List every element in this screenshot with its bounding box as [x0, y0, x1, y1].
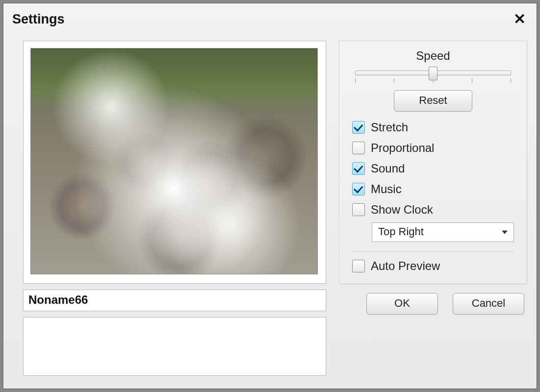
checkbox-icon	[352, 121, 365, 134]
dialog-title: Settings	[12, 12, 512, 27]
auto-preview-checkbox[interactable]: Auto Preview	[352, 259, 514, 273]
close-icon[interactable]: ✕	[512, 12, 528, 26]
slider-thumb[interactable]	[429, 67, 437, 80]
checkbox-icon	[352, 142, 365, 154]
checkbox-icon	[352, 183, 365, 196]
checkbox-icon	[352, 260, 365, 272]
checkbox-label: Show Clock	[371, 203, 433, 217]
checkbox-icon	[352, 162, 365, 175]
cancel-button[interactable]: Cancel	[453, 293, 524, 315]
music-checkbox[interactable]: Music	[352, 182, 514, 196]
preview-column: Noname66	[23, 41, 326, 376]
reset-button[interactable]: Reset	[394, 90, 472, 112]
controls-column: Speed Reset Stretch	[339, 41, 527, 376]
separator	[352, 251, 514, 251]
checkbox-label: Proportional	[371, 141, 434, 155]
show-clock-checkbox[interactable]: Show Clock	[352, 203, 514, 217]
checkbox-label: Auto Preview	[371, 259, 440, 273]
settings-dialog: Settings ✕ Noname66 Speed	[3, 3, 537, 389]
chevron-down-icon	[502, 231, 508, 234]
select-value: Top Right	[378, 225, 424, 238]
preview-name-field[interactable]: Noname66	[23, 290, 326, 311]
clock-position-select[interactable]: Top Right	[372, 222, 514, 242]
proportional-checkbox[interactable]: Proportional	[352, 141, 514, 155]
speed-label: Speed	[352, 49, 514, 63]
checkbox-label: Stretch	[371, 121, 408, 134]
controls-panel: Speed Reset Stretch	[339, 41, 527, 284]
titlebar: Settings ✕	[3, 3, 537, 32]
speed-slider[interactable]	[355, 66, 511, 85]
preview-frame	[23, 41, 326, 284]
ok-button[interactable]: OK	[366, 293, 438, 315]
checkbox-label: Sound	[371, 162, 405, 175]
preview-image	[30, 48, 318, 274]
checkbox-label: Music	[371, 182, 402, 196]
checkbox-group: Stretch Proportional Sound Music	[352, 121, 514, 217]
dialog-footer: OK Cancel	[339, 293, 527, 316]
checkbox-icon	[352, 203, 365, 216]
stretch-checkbox[interactable]: Stretch	[352, 121, 514, 134]
preview-description-field[interactable]	[23, 317, 326, 376]
dialog-body: Noname66 Speed Reset	[3, 32, 537, 389]
sound-checkbox[interactable]: Sound	[352, 162, 514, 175]
